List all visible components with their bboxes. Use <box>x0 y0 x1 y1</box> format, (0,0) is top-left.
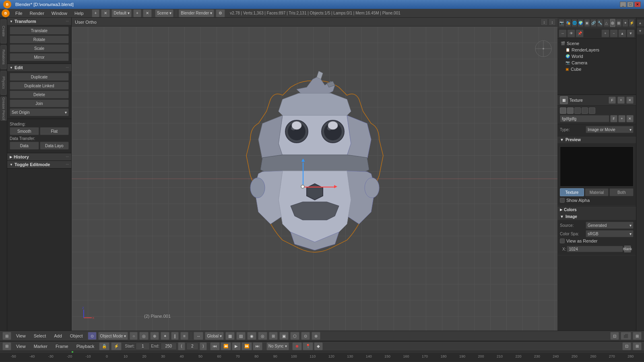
translate-button[interactable]: Translate <box>10 27 69 35</box>
layer-btn1[interactable]: ▦ <box>225 332 235 340</box>
duplicate-linked-button[interactable]: Duplicate Linked <box>10 82 69 90</box>
texture-name-field[interactable]: fgdfgdfg <box>560 115 609 122</box>
menu-window[interactable]: Window <box>48 10 70 16</box>
sync-dropdown[interactable]: No Sync▾ <box>266 342 289 350</box>
select-menu[interactable]: Select <box>31 333 50 339</box>
renderer-selector[interactable]: Blender Render▾ <box>179 9 214 17</box>
viewport-icon-btn[interactable]: ⊞ <box>2 332 11 340</box>
prev-frame-btn[interactable]: ⟨ <box>178 342 185 350</box>
layer-btn4[interactable]: ◎ <box>258 332 267 340</box>
tex-name-f[interactable]: F <box>610 115 617 122</box>
colors-header[interactable]: ▶ Colors <box>557 206 636 213</box>
constraints-icon[interactable]: 🔗 <box>590 19 597 27</box>
mirror-button[interactable]: Mirror <box>10 53 69 61</box>
timeline-marker[interactable]: Marker <box>31 343 51 350</box>
menu-help[interactable]: Help <box>71 10 87 16</box>
toggle-editmode-header[interactable]: ▼ Toggle Editmode ··· <box>7 161 71 168</box>
start-value[interactable]: 1 <box>136 343 150 350</box>
menu-render[interactable]: Render <box>27 10 47 16</box>
join-button[interactable]: Join <box>10 99 69 107</box>
view-btn1[interactable]: ∥ <box>171 332 179 340</box>
tex-name-add[interactable]: + <box>618 115 625 122</box>
scene-selector[interactable]: Scene▾ <box>155 9 173 17</box>
prev-keyframe-btn[interactable]: ⏪ <box>221 342 231 350</box>
extra-btn1[interactable]: ⊡ <box>610 332 619 340</box>
flat-button[interactable]: Flat <box>40 127 69 135</box>
data-icon[interactable]: △ <box>603 19 609 27</box>
keyframe-btn[interactable]: ◆ <box>314 342 323 350</box>
tree-world[interactable]: 🌍 World <box>564 53 634 60</box>
view2-icon[interactable]: 👁 <box>567 29 575 37</box>
viewport[interactable]: User Ortho ↕ ↕ <box>72 18 557 331</box>
layer-btn5[interactable]: ⊞ <box>269 332 278 340</box>
smooth-button[interactable]: Smooth <box>10 127 39 135</box>
scene-icon[interactable]: 🌐 <box>572 19 578 27</box>
window-controls[interactable]: _ □ ✕ <box>620 2 641 7</box>
sync-lock-btn[interactable]: 🔒 <box>99 342 109 350</box>
pin-btn[interactable]: 📍 <box>303 342 313 350</box>
tex-name-del[interactable]: ✕ <box>626 115 634 122</box>
type-dropdown[interactable]: Image or Movie ▾ <box>586 126 634 133</box>
history-header[interactable]: ▶ History ··· <box>7 153 71 160</box>
layer-btn2[interactable]: ▤ <box>236 332 246 340</box>
texture-icon[interactable]: ▦ <box>616 19 622 27</box>
side-tab-physics[interactable]: Physics <box>0 71 7 95</box>
render-icon[interactable]: 📷 <box>559 19 565 27</box>
workspace-close2[interactable]: ✕ <box>143 9 152 17</box>
tree-camera[interactable]: 📷 Camera <box>564 60 634 66</box>
tex-slot-3[interactable] <box>574 107 581 114</box>
delete-button[interactable]: Delete <box>10 90 69 99</box>
edit-header[interactable]: ▼ Edit ··· <box>7 64 71 71</box>
scale-button[interactable]: Scale <box>10 44 69 52</box>
image-header[interactable]: ▼ Image <box>557 213 636 220</box>
rotate-button[interactable]: Rotate <box>10 35 69 43</box>
texture-tab[interactable]: Texture <box>560 188 584 196</box>
timeline-more1[interactable]: ⊡ <box>622 342 631 350</box>
timeline-more2[interactable]: ⊞ <box>633 342 642 350</box>
renderer-settings[interactable]: ⚙ <box>216 9 225 17</box>
add-menu[interactable]: Add <box>51 333 65 339</box>
set-origin-dropdown[interactable]: Set Origin ▾ <box>10 108 69 116</box>
texture-f-btn[interactable]: F <box>609 97 616 104</box>
object-menu[interactable]: Object <box>67 333 86 339</box>
workspace-add2[interactable]: + <box>133 9 141 17</box>
side-tab-create[interactable]: Create <box>0 19 7 43</box>
tex-slot-2[interactable] <box>567 107 574 114</box>
snap-btn4[interactable]: ✦ <box>161 332 169 340</box>
transform-header[interactable]: ▼ Transform ··· <box>7 18 71 25</box>
add-icon[interactable]: + <box>601 29 609 37</box>
workspace-selector[interactable]: Default▾ <box>111 9 132 17</box>
tex-slot-1[interactable] <box>560 107 566 114</box>
view-btn2[interactable]: ≡ <box>180 332 188 340</box>
world-icon[interactable]: 🌍 <box>578 19 584 27</box>
side-tab-relations[interactable]: Relations <box>0 45 7 69</box>
extra-btn2[interactable]: ⬛ <box>621 332 631 340</box>
both-tab[interactable]: Both <box>609 188 634 196</box>
tree-cube[interactable]: ▣ Cube <box>564 66 634 72</box>
physics-icon[interactable]: ⚡ <box>629 19 635 27</box>
particles-icon[interactable]: ✦ <box>622 19 628 27</box>
timeline-track[interactable]: -50 -40 -30 -20 -10 0 10 20 30 40 50 60 … <box>0 351 644 361</box>
layer-btn7[interactable]: ⬡ <box>290 332 299 340</box>
record-btn[interactable]: ⏺ <box>292 342 302 350</box>
close-button[interactable]: ✕ <box>634 2 641 7</box>
snap-btn1[interactable]: ○ <box>130 332 138 340</box>
timeline-type-icon[interactable]: ⊞ <box>2 342 11 350</box>
transform2-icon[interactable]: ↔ <box>559 29 567 37</box>
maximize-button[interactable]: □ <box>627 2 634 7</box>
texture-del-btn[interactable]: ✕ <box>626 97 634 104</box>
workspace-close[interactable]: ✕ <box>101 9 110 17</box>
extra-btn3[interactable]: ⊞ <box>633 332 642 340</box>
x-value-field[interactable]: 1024 <box>567 246 623 252</box>
tex-slot-5[interactable] <box>589 107 595 114</box>
transform-btn[interactable]: ↔ <box>194 332 203 340</box>
blank-btn[interactable]: Blank <box>624 245 631 253</box>
anim-sync-btn[interactable]: ⚡ <box>111 342 122 350</box>
tex-slot-4[interactable] <box>582 107 588 114</box>
menu-file[interactable]: File <box>12 10 26 16</box>
renderlayers-icon[interactable]: 🎭 <box>565 19 571 27</box>
modifier-icon[interactable]: 🔧 <box>597 19 603 27</box>
timeline-view[interactable]: View <box>13 343 29 350</box>
preview-header[interactable]: ▼ Preview <box>557 136 636 143</box>
show-alpha-checkbox[interactable] <box>560 198 565 203</box>
